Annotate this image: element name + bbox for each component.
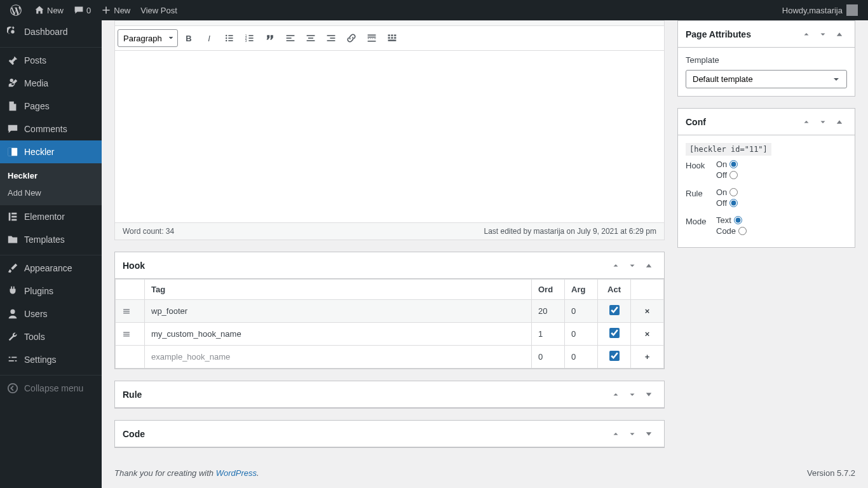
act-checkbox[interactable] [609,305,620,315]
menu-tools[interactable]: Tools [0,325,102,348]
cell-arg[interactable]: 0 [565,323,598,346]
submenu-heckler-add-new[interactable]: Add New [0,184,102,201]
add-row-button[interactable]: + [631,346,664,369]
svg-rect-4 [11,216,17,218]
menu-comments[interactable]: Comments [0,118,102,140]
chevron-down-icon[interactable] [815,27,831,42]
drag-handle[interactable] [116,323,145,346]
svg-rect-8 [228,35,233,36]
italic-button[interactable]: I [200,29,219,48]
menu-pages[interactable]: Pages [0,95,102,118]
svg-rect-33 [394,34,396,36]
postbox-code: Code [114,420,665,448]
link-button[interactable] [342,29,361,48]
conf-mode-code[interactable]: Code [716,226,747,236]
cell-tag[interactable]: example_hook_name [145,346,532,369]
folder-icon [6,233,19,246]
svg-point-6 [8,384,17,393]
blockquote-button[interactable] [261,29,280,48]
triangle-up-icon[interactable] [641,258,656,273]
menu-settings[interactable]: Settings [0,348,102,371]
conf-rule-off[interactable]: Off [716,198,738,208]
menu-label: Templates [24,234,65,245]
adminbar-view-post[interactable]: View Post [135,0,182,20]
postbox-rule: Rule [114,381,665,409]
menu-media[interactable]: Media [0,72,102,95]
submenu-heckler-all[interactable]: Heckler [0,167,102,184]
home-icon [34,5,44,15]
svg-rect-20 [287,37,292,39]
menu-dashboard[interactable]: Dashboard [0,20,102,43]
cell-arg[interactable]: 0 [565,300,598,323]
align-right-button[interactable] [322,29,341,48]
postbox-title: Page Attributes [686,29,751,39]
svg-point-7 [226,35,227,36]
svg-rect-40 [123,313,130,313]
adminbar-comments[interactable]: 0 [69,0,96,20]
toolbar-toggle-button[interactable] [383,29,402,48]
conf-hook-off[interactable]: Off [716,170,738,180]
footer-wp-link[interactable]: WordPress [216,468,257,478]
svg-rect-28 [368,34,376,36]
adminbar-new-label: New [114,6,130,15]
cell-ord[interactable]: 1 [532,323,565,346]
menu-label: Users [24,309,48,319]
align-left-button[interactable] [281,29,300,48]
menu-collapse[interactable]: Collapse menu [0,377,102,400]
triangle-up-icon[interactable] [832,27,847,42]
menu-plugins[interactable]: Plugins [0,280,102,302]
comment-icon [74,5,84,15]
remove-row-button[interactable]: × [631,300,664,323]
template-select[interactable]: Default template [686,70,847,88]
chevron-up-icon[interactable] [608,258,623,273]
chevron-down-icon[interactable] [625,426,640,442]
readmore-button[interactable] [362,29,381,48]
wordpress-icon [10,4,22,16]
remove-row-button[interactable]: × [631,323,664,346]
adminbar-new[interactable]: New [96,0,135,20]
menu-users[interactable]: Users [0,302,102,325]
triangle-down-icon[interactable] [641,387,656,402]
cell-tag[interactable]: my_custom_hook_name [145,323,532,346]
menu-heckler[interactable]: Heckler [0,140,102,163]
bold-button[interactable]: B [179,29,198,48]
svg-rect-24 [307,40,315,41]
conf-hook-on[interactable]: On [716,159,738,169]
menu-appearance[interactable]: Appearance [0,257,102,280]
table-row: example_hook_name00+ [116,346,664,369]
chevron-down-icon[interactable] [625,258,640,273]
triangle-down-icon[interactable] [641,426,656,442]
align-center-button[interactable] [301,29,320,48]
svg-rect-2 [9,213,11,221]
cell-act [598,346,631,369]
conf-rule-on[interactable]: On [716,187,738,197]
cell-tag[interactable]: wp_footer [145,300,532,323]
chevron-up-icon[interactable] [799,114,814,130]
chevron-up-icon[interactable] [608,387,623,402]
chevron-up-icon[interactable] [799,27,814,42]
svg-rect-22 [307,35,315,36]
bullet-list-button[interactable] [220,29,239,48]
svg-rect-34 [388,37,390,38]
chevron-down-icon[interactable] [815,114,831,130]
conf-mode-text[interactable]: Text [716,215,747,225]
act-checkbox[interactable] [609,351,620,361]
cell-ord[interactable]: 20 [532,300,565,323]
menu-templates[interactable]: Templates [0,228,102,251]
drag-handle[interactable] [116,300,145,323]
numbered-list-button[interactable]: 123 [240,29,259,48]
adminbar-wp-logo[interactable] [5,0,29,20]
menu-posts[interactable]: Posts [0,49,102,72]
cell-arg[interactable]: 0 [565,346,598,369]
adminbar-site-home[interactable]: New [29,0,69,20]
svg-rect-31 [388,34,390,36]
adminbar-account[interactable]: Howdy, mastarija [777,0,863,20]
chevron-down-icon[interactable] [625,387,640,402]
editor-content[interactable] [115,51,664,222]
triangle-up-icon[interactable] [832,114,847,130]
chevron-up-icon[interactable] [608,426,623,442]
cell-ord[interactable]: 0 [532,346,565,369]
format-select[interactable]: Paragraph [118,29,178,47]
menu-elementor[interactable]: Elementor [0,205,102,228]
act-checkbox[interactable] [609,328,620,338]
